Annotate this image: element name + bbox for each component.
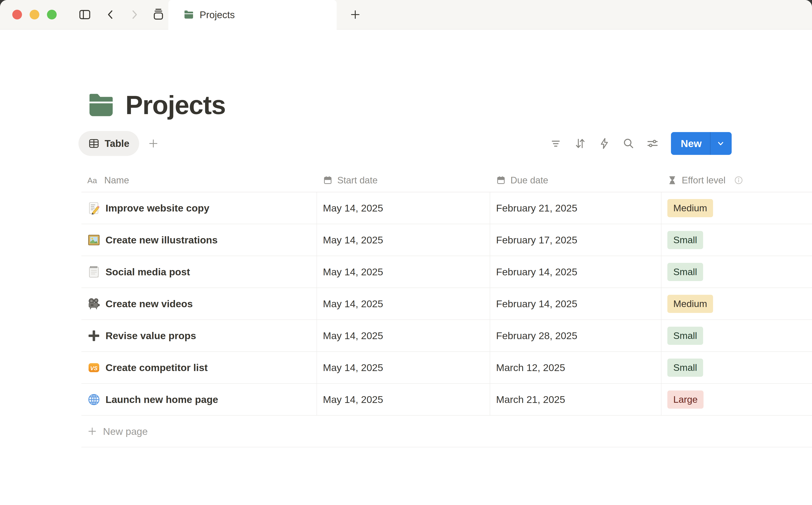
info-icon[interactable] — [734, 176, 743, 185]
start-date-cell[interactable]: May 14, 2025 — [317, 384, 490, 415]
effort-cell[interactable]: Small — [661, 256, 812, 288]
effort-cell[interactable]: Small — [661, 224, 812, 256]
new-tab-button[interactable] — [336, 0, 374, 29]
page-title: Projects — [125, 92, 226, 118]
table-row: VS Create competitor list May 14, 2025 M… — [82, 352, 812, 384]
calendar-icon — [323, 175, 332, 185]
page-content: Projects Table — [0, 30, 812, 447]
tab-bar-empty-space — [374, 0, 812, 29]
spiral-notepad-icon — [87, 266, 101, 279]
plus-icon — [87, 427, 97, 436]
column-header-start-date[interactable]: Start date — [317, 175, 490, 185]
tab-bar: Projects — [0, 0, 812, 30]
start-date-cell[interactable]: May 14, 2025 — [317, 288, 490, 320]
tab-title: Projects — [199, 9, 235, 20]
zoom-button[interactable] — [47, 10, 57, 19]
effort-badge: Small — [667, 231, 703, 249]
effort-cell[interactable]: Medium — [661, 192, 812, 224]
table-view-icon — [88, 138, 100, 149]
table-actions — [550, 137, 659, 150]
effort-cell[interactable]: Small — [661, 352, 812, 383]
name-cell[interactable]: Social media post — [82, 256, 317, 288]
table-row: Improve website copy May 14, 2025 Februa… — [82, 192, 812, 224]
plus-icon — [87, 329, 101, 342]
effort-badge: Small — [667, 263, 703, 281]
column-header-effort-level[interactable]: Effort level — [661, 175, 812, 185]
close-button[interactable] — [12, 10, 22, 19]
effort-cell[interactable]: Medium — [661, 288, 812, 320]
table-header-row: Aa Name Start date Effort level Due date — [82, 169, 812, 192]
globe-icon — [87, 393, 101, 406]
due-date-cell[interactable]: March 21, 2025 — [490, 384, 661, 415]
due-date-cell[interactable]: February 28, 2025 — [490, 320, 661, 351]
sidebar-toggle-icon[interactable] — [78, 8, 91, 21]
table-row: Create new videos May 14, 2025 February … — [82, 288, 812, 320]
view-tab-label: Table — [105, 138, 129, 149]
column-header-name[interactable]: Aa Name — [82, 175, 317, 185]
text-type-icon: Aa — [87, 176, 97, 185]
start-date-cell[interactable]: May 14, 2025 — [317, 224, 490, 256]
table-row: Launch new home page May 14, 2025 March … — [82, 384, 812, 415]
effort-badge: Small — [667, 327, 703, 345]
window-controls — [0, 0, 168, 29]
effort-badge: Medium — [667, 199, 713, 217]
page-header: Projects — [87, 30, 812, 119]
effort-badge: Medium — [667, 295, 713, 313]
column-header-due-date[interactable]: Effort level Due date — [490, 175, 661, 185]
tab-folder-icon — [183, 10, 194, 20]
back-button[interactable] — [105, 9, 116, 20]
effort-badge: Large — [667, 390, 703, 409]
forward-button[interactable] — [129, 9, 140, 20]
start-date-cell[interactable]: May 14, 2025 — [317, 352, 490, 383]
new-dropdown-button[interactable] — [710, 139, 732, 148]
svg-text:VS: VS — [90, 365, 98, 371]
vs-badge-icon: VS — [87, 361, 101, 374]
new-button[interactable]: New — [671, 138, 710, 149]
effort-cell[interactable]: Large — [661, 384, 812, 415]
name-cell[interactable]: Launch new home page — [82, 384, 317, 415]
new-button-group: New — [671, 132, 732, 155]
effort-badge: Small — [667, 359, 703, 377]
effort-cell[interactable]: Small — [661, 320, 812, 351]
due-date-cell[interactable]: February 21, 2025 — [490, 192, 661, 224]
due-date-cell[interactable]: March 12, 2025 — [490, 352, 661, 383]
sort-button[interactable] — [574, 137, 586, 150]
app-window: Projects Projects Table — [0, 0, 812, 505]
table-row: Social media post May 14, 2025 February … — [82, 256, 812, 288]
memo-icon — [87, 202, 101, 215]
name-cell[interactable]: VS Create competitor list — [82, 352, 317, 383]
automations-button[interactable] — [598, 137, 611, 150]
view-toolbar: Table — [79, 131, 812, 156]
start-date-cell[interactable]: May 14, 2025 — [317, 192, 490, 224]
name-cell[interactable]: Improve website copy — [82, 192, 317, 224]
projects-table: Aa Name Start date Effort level Due date — [82, 169, 812, 447]
start-date-cell[interactable]: May 14, 2025 — [317, 320, 490, 351]
tab-projects[interactable]: Projects — [168, 0, 336, 30]
name-cell[interactable]: Revise value props — [82, 320, 317, 351]
film-projector-icon — [87, 297, 101, 310]
search-button[interactable] — [622, 137, 635, 150]
page-folder-icon — [87, 91, 114, 119]
framed-picture-icon — [87, 233, 101, 246]
due-date-cell[interactable]: February 14, 2025 — [490, 288, 661, 320]
calendar-icon — [496, 175, 506, 185]
new-page-button[interactable]: New page — [82, 415, 812, 447]
view-settings-button[interactable] — [647, 137, 659, 150]
filter-button[interactable] — [550, 137, 562, 150]
name-cell[interactable]: Create new illustrations — [82, 224, 317, 256]
due-date-cell[interactable]: February 17, 2025 — [490, 224, 661, 256]
table-row: Create new illustrations May 14, 2025 Fe… — [82, 224, 812, 256]
start-date-cell[interactable]: May 14, 2025 — [317, 256, 490, 288]
tab-overview-button[interactable] — [152, 8, 165, 21]
name-cell[interactable]: Create new videos — [82, 288, 317, 320]
hourglass-icon — [667, 175, 677, 185]
table-row: Revise value props May 14, 2025 February… — [82, 320, 812, 352]
view-tab-table[interactable]: Table — [79, 131, 139, 156]
due-date-cell[interactable]: February 14, 2025 — [490, 256, 661, 288]
minimize-button[interactable] — [30, 10, 39, 19]
add-view-button[interactable] — [148, 138, 159, 149]
